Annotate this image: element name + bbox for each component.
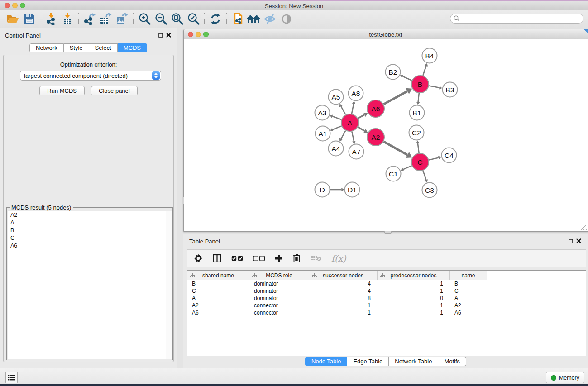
show-column-icon[interactable] <box>213 254 221 262</box>
edge-A2-C[interactable] <box>383 142 407 155</box>
network-canvas[interactable]: B4B2BB3A8A5A6A3B1AA1C2A2A4A7C4CC1DD1C3 <box>184 40 587 231</box>
float-panel-icon[interactable] <box>158 33 163 38</box>
table-row[interactable]: Cdominator41C <box>187 287 586 295</box>
edge-A-A4[interactable] <box>341 131 345 139</box>
table-row[interactable]: Adominator80A <box>187 295 586 302</box>
edge-A-A2[interactable] <box>358 127 364 131</box>
tab-style[interactable]: Style <box>64 43 89 52</box>
edge-arrowhead <box>438 156 441 160</box>
edge-B-B2[interactable] <box>403 76 412 81</box>
table-panel: Table Panel f(x) shared nameMCDS rolesuc… <box>183 234 588 368</box>
tab-motifs[interactable]: Motifs <box>438 357 466 366</box>
cell-name: A <box>450 295 487 301</box>
close-panel-icon[interactable] <box>166 33 171 38</box>
tab-network-table[interactable]: Network Table <box>389 357 438 366</box>
table-row[interactable]: A2connector11A2 <box>187 302 586 309</box>
edge-B-B3[interactable] <box>429 86 440 88</box>
search-input[interactable] <box>460 14 583 23</box>
edge-B-B4[interactable] <box>423 66 426 76</box>
toolbar-separator <box>204 13 205 25</box>
float-panel-icon[interactable] <box>569 239 573 243</box>
edge-arrowhead <box>439 86 442 90</box>
cell-name: A6 <box>450 310 487 316</box>
network-graph[interactable]: B4B2BB3A8A5A6A3B1AA1C2A2A4A7C4CC1DD1C3 <box>184 40 587 231</box>
splitter-handle[interactable] <box>182 197 184 204</box>
node-table[interactable]: shared nameMCDS rolesuccessor nodesprede… <box>187 270 586 356</box>
export-table-icon[interactable] <box>98 12 114 26</box>
edge-A-A6[interactable] <box>358 114 365 118</box>
zoom-selected-icon[interactable] <box>185 12 201 26</box>
tab-select[interactable]: Select <box>89 43 118 52</box>
splitter-handle[interactable] <box>384 231 392 234</box>
mcds-result-item[interactable]: C <box>8 234 172 242</box>
close-panel-icon[interactable] <box>576 238 581 243</box>
edge-A-A1[interactable] <box>333 126 341 129</box>
cell-predecessor-nodes: 1 <box>378 302 450 309</box>
import-table-icon[interactable] <box>59 12 76 26</box>
column-header-name[interactable]: name <box>450 271 487 280</box>
list-icon <box>8 375 15 381</box>
edge-A-A8[interactable] <box>352 104 354 114</box>
mcds-result-list[interactable]: A2ABCA6 <box>8 211 172 359</box>
tab-network[interactable]: Network <box>29 43 64 52</box>
open-session-icon[interactable] <box>5 12 21 26</box>
mcds-result-item[interactable]: A2 <box>8 211 172 219</box>
criterion-dropdown-value: largest connected component (directed) <box>24 72 128 79</box>
tab-edge-table[interactable]: Edge Table <box>347 357 389 366</box>
criterion-dropdown[interactable]: largest connected component (directed) <box>20 71 161 81</box>
graph-node-label: B4 <box>425 52 434 60</box>
edge-C-C2[interactable] <box>418 143 419 153</box>
cell-MCDS-role: dominator <box>249 281 309 287</box>
edge-A-A7[interactable] <box>352 132 354 141</box>
mcds-list-scrollbar[interactable] <box>166 211 172 359</box>
hide-selected-icon[interactable] <box>262 12 278 26</box>
edge-C-C3[interactable] <box>423 171 426 180</box>
tab-mcds[interactable]: MCDS <box>118 43 147 52</box>
mcds-result-item[interactable]: B <box>8 226 172 234</box>
edge-A-A5[interactable] <box>341 106 345 115</box>
column-header-successor-nodes[interactable]: successor nodes <box>309 271 378 280</box>
zoom-fit-icon[interactable] <box>169 12 185 26</box>
memory-button[interactable]: Memory <box>546 372 584 383</box>
save-session-icon[interactable] <box>21 12 37 26</box>
mcds-result-item[interactable]: A6 <box>8 242 172 249</box>
export-network-icon[interactable] <box>81 12 98 26</box>
zoom-in-icon[interactable] <box>136 12 153 26</box>
resize-grip-icon[interactable] <box>581 225 587 230</box>
edge-A-A3[interactable] <box>332 116 341 119</box>
control-panel: Control Panel NetworkStyleSelectMCDS Opt… <box>0 28 177 368</box>
graph-node-label: A2 <box>372 133 380 141</box>
duplicate-network-icon[interactable] <box>229 12 246 26</box>
export-image-icon[interactable] <box>114 12 130 26</box>
network-window-titlebar[interactable]: testGlobe.txt <box>184 29 588 39</box>
close-panel-button[interactable]: Close panel <box>91 86 138 95</box>
run-mcds-button[interactable]: Run MCDS <box>39 86 85 95</box>
zoom-out-icon[interactable] <box>153 12 169 26</box>
edge-C-C1[interactable] <box>403 166 412 169</box>
edge-C-C4[interactable] <box>429 157 438 160</box>
table-row[interactable]: Bdominator41B <box>187 280 586 287</box>
home-icon[interactable] <box>246 12 262 26</box>
edge-B-B1[interactable] <box>418 93 419 102</box>
add-column-icon[interactable] <box>275 254 283 262</box>
show-all-icon[interactable] <box>278 12 295 26</box>
import-network-icon[interactable] <box>43 12 59 26</box>
table-settings-gear-icon[interactable] <box>194 254 203 263</box>
network-window-title: testGlobe.txt <box>184 31 588 38</box>
tab-node-table[interactable]: Node Table <box>305 357 348 366</box>
network-view-window: testGlobe.txt B4B2BB3A8A5A6A3B1AA1C2A2A4… <box>183 29 588 232</box>
edge-arrowhead <box>416 102 420 105</box>
dropdown-stepper-icon <box>152 71 160 80</box>
deselect-all-icon[interactable] <box>253 256 265 261</box>
table-row[interactable]: A6connector11A6 <box>187 309 586 316</box>
task-history-button[interactable] <box>5 372 18 383</box>
search-box[interactable] <box>450 14 583 24</box>
column-header-shared-name[interactable]: shared name <box>187 271 249 280</box>
column-header-MCDS-role[interactable]: MCDS role <box>249 271 309 280</box>
column-header-predecessor-nodes[interactable]: predecessor nodes <box>378 271 450 280</box>
delete-column-icon[interactable] <box>293 254 301 262</box>
select-all-icon[interactable] <box>231 256 243 261</box>
mcds-result-item[interactable]: A <box>8 219 172 226</box>
edge-A6-B[interactable] <box>384 91 407 104</box>
refresh-icon[interactable] <box>207 12 224 26</box>
